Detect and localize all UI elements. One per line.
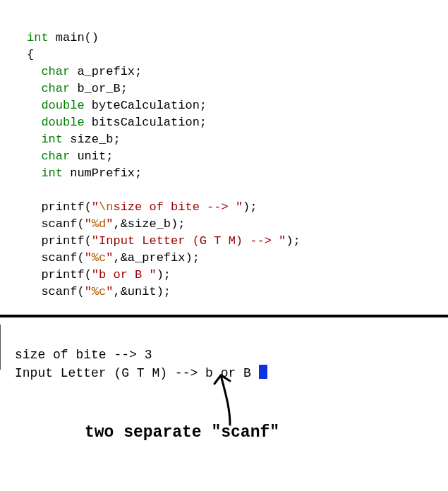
fn-scanf: scanf (41, 217, 77, 231)
code-text: ( (85, 268, 92, 281)
code-text: ,&unit); (113, 285, 171, 298)
string-quote: " (92, 268, 99, 281)
string-quote: " (106, 285, 113, 298)
keyword-int: int (41, 133, 63, 146)
keyword-int: int (27, 31, 49, 44)
code-text: { (27, 48, 34, 61)
fn-printf: printf (41, 200, 84, 214)
fn-scanf: scanf (41, 251, 77, 265)
keyword-char: char (41, 150, 70, 163)
code-text: ,&size_b); (113, 217, 185, 231)
code-text: ( (85, 200, 92, 214)
string-quote: " (85, 251, 92, 265)
fn-printf: printf (41, 268, 84, 281)
code-text: ); (286, 234, 300, 248)
code-text: byteCalculation; (85, 99, 207, 112)
string-quote: " (92, 200, 99, 214)
string-quote: " (85, 285, 92, 298)
format-spec: %d (92, 217, 106, 231)
string-quote: " (92, 234, 99, 248)
code-text: ( (77, 217, 84, 231)
format-spec: %c (92, 285, 106, 298)
annotation-layer: two separate "scanf" (0, 370, 448, 454)
code-text: numPrefix; (63, 166, 142, 180)
keyword-char: char (41, 82, 70, 95)
code-text: ,&a_prefix); (113, 251, 199, 265)
string-quote: " (149, 268, 156, 281)
section-divider (0, 315, 448, 317)
string-literal: Input Letter (G T M) --> (99, 234, 279, 248)
code-text: ( (77, 251, 84, 265)
code-text: b_or_B; (70, 82, 128, 95)
format-spec: %c (92, 251, 106, 265)
fn-scanf: scanf (41, 285, 77, 298)
keyword-double: double (41, 99, 84, 112)
code-text: ); (157, 268, 171, 281)
code-text: bitsCalculation; (85, 116, 207, 129)
string-literal: b or B (99, 268, 149, 281)
code-text: ); (243, 200, 257, 214)
console-output: size of bite --> 3 Input Letter (G T M) … (0, 325, 448, 370)
code-block: int main() { char a_prefix; char b_or_B;… (0, 0, 448, 301)
string-quote: " (236, 200, 243, 214)
keyword-double: double (41, 116, 84, 129)
fn-printf: printf (41, 234, 84, 248)
string-quote: " (106, 251, 113, 265)
string-quote: " (279, 234, 286, 248)
code-text: unit; (70, 150, 113, 163)
string-literal: size of bite --> (113, 200, 235, 214)
code-text: main() (49, 31, 99, 44)
string-quote: " (106, 217, 113, 231)
annotation-text: two separate "scanf" (85, 423, 279, 442)
console-line: size of bite --> 3 (15, 348, 152, 362)
keyword-int: int (41, 166, 63, 180)
escape-seq: \n (99, 200, 113, 214)
code-text: size_b; (63, 133, 121, 146)
arrow-icon (210, 370, 253, 430)
code-text: ( (77, 285, 84, 298)
string-quote: " (85, 217, 92, 231)
code-text: ( (85, 234, 92, 248)
code-text: a_prefix; (70, 65, 142, 78)
keyword-char: char (41, 65, 70, 78)
